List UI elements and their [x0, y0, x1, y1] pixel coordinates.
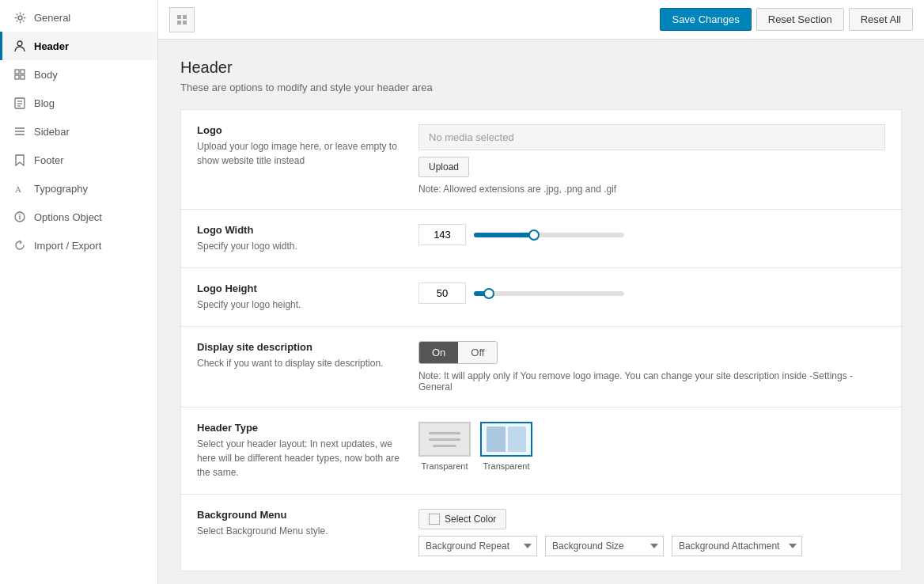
sidebar-label-general: General [34, 12, 70, 24]
svg-rect-4 [15, 75, 19, 79]
sidebar-item-general[interactable]: General [0, 3, 157, 32]
logo-width-row: Logo Width Specify your logo width. [180, 209, 902, 268]
background-size-select[interactable]: Background Size [545, 536, 664, 556]
header-type-card-1[interactable]: Transparent [418, 422, 471, 471]
topbar: Save Changes Reset Section Reset All [158, 0, 924, 40]
logo-height-label-area: Logo Height Specify your logo height. [197, 283, 403, 312]
background-dropdowns: Background Repeat Background Size Backgr… [418, 536, 885, 556]
sidebar-item-options-object[interactable]: Options Object [0, 203, 157, 231]
card-lines [425, 427, 464, 452]
background-menu-control: Select Color Background Repeat Backgroun… [418, 509, 885, 556]
logo-height-control [418, 283, 885, 304]
logo-control: No media selected Upload Note: Allowed e… [418, 124, 885, 195]
background-menu-desc: Select Background Menu style. [197, 524, 403, 538]
reset-all-button[interactable]: Reset All [849, 8, 913, 31]
display-site-description-row: Display site description Check if you wa… [180, 326, 902, 408]
header-type-desc: Select your header layout: In next updat… [197, 437, 403, 480]
logo-height-title: Logo Height [197, 283, 403, 294]
sidebar-label-body: Body [34, 69, 58, 81]
reset-section-button[interactable]: Reset Section [756, 8, 844, 31]
grid-icon [13, 68, 26, 81]
section-description: These are options to modify and style yo… [180, 82, 902, 93]
svg-rect-5 [21, 75, 25, 79]
logo-label-area: Logo Upload your logo image here, or lea… [197, 124, 403, 168]
lines-icon [13, 125, 26, 138]
content-area: Header These are options to modify and s… [158, 40, 924, 584]
book-icon [13, 97, 26, 109]
typography-icon: A [13, 182, 26, 195]
sidebar-item-body[interactable]: Body [0, 60, 157, 89]
svg-point-1 [17, 41, 22, 46]
background-repeat-select[interactable]: Background Repeat [418, 536, 537, 556]
logo-width-label-area: Logo Width Specify your logo width. [197, 224, 403, 253]
svg-rect-3 [21, 70, 25, 74]
display-site-desc-title: Display site description [197, 341, 403, 353]
sidebar-label-import-export: Import / Export [34, 240, 101, 252]
upload-button[interactable]: Upload [418, 157, 469, 177]
logo-width-title: Logo Width [197, 224, 403, 236]
topbar-icon[interactable] [169, 7, 195, 32]
refresh-icon [13, 239, 26, 252]
svg-point-0 [18, 16, 22, 20]
logo-height-input[interactable] [418, 283, 466, 304]
select-color-button[interactable]: Select Color [418, 509, 506, 529]
logo-width-slider-group [418, 224, 885, 245]
display-site-desc-note: Note: It will apply only if You remove l… [418, 370, 885, 392]
page-title: Header [180, 59, 902, 77]
header-type-cards: Transparent Transparent [418, 422, 885, 471]
sidebar-item-blog[interactable]: Blog [0, 89, 157, 117]
header-type-row: Header Type Select your header layout: I… [180, 407, 902, 495]
background-menu-row: Background Menu Select Background Menu s… [180, 494, 902, 571]
display-site-desc-control: On Off Note: It will apply only if You r… [418, 341, 885, 392]
logo-media-placeholder: No media selected [418, 124, 885, 150]
color-swatch [429, 514, 440, 525]
main-area: Save Changes Reset Section Reset All Hea… [158, 0, 924, 584]
background-menu-title: Background Menu [197, 509, 403, 521]
logo-row: Logo Upload your logo image here, or lea… [180, 109, 902, 210]
svg-text:A: A [15, 184, 21, 194]
sidebar-label-sidebar: Sidebar [34, 126, 70, 138]
logo-width-input[interactable] [418, 224, 466, 245]
sidebar-label-header: Header [34, 40, 69, 52]
logo-width-slider-track[interactable] [474, 233, 624, 237]
gear-icon [13, 11, 26, 24]
svg-rect-19 [177, 21, 181, 25]
sidebar-label-blog: Blog [34, 97, 55, 109]
sidebar-item-import-export[interactable]: Import / Export [0, 231, 157, 260]
save-changes-button[interactable]: Save Changes [660, 8, 751, 31]
header-type-control: Transparent Transparent [418, 422, 885, 471]
header-card-preview-1 [418, 422, 471, 457]
header-type-title: Header Type [197, 422, 403, 434]
header-type-label-area: Header Type Select your header layout: I… [197, 422, 403, 480]
svg-rect-20 [183, 21, 187, 25]
info-icon [13, 210, 26, 223]
person-icon [13, 40, 26, 52]
logo-height-slider-group [418, 283, 885, 304]
sidebar-item-sidebar[interactable]: Sidebar [0, 117, 157, 146]
background-menu-label-area: Background Menu Select Background Menu s… [197, 509, 403, 538]
logo-label-desc: Upload your logo image here, or leave em… [197, 139, 403, 168]
display-site-desc-label-area: Display site description Check if you wa… [197, 341, 403, 370]
card-split [487, 427, 526, 452]
sidebar-label-footer: Footer [34, 154, 64, 166]
sidebar-item-header[interactable]: Header [0, 32, 157, 60]
svg-rect-2 [15, 70, 19, 74]
logo-label-title: Logo [197, 124, 403, 136]
svg-rect-17 [177, 15, 181, 19]
sidebar-item-typography[interactable]: A Typography [0, 174, 157, 203]
header-card-label-2: Transparent [483, 461, 530, 471]
logo-height-desc: Specify your logo height. [197, 298, 403, 312]
background-attachment-select[interactable]: Background Attachment [672, 536, 802, 556]
header-card-preview-2 [480, 422, 532, 457]
sidebar-label-typography: Typography [34, 183, 88, 195]
header-card-label-1: Transparent [422, 461, 468, 471]
logo-height-slider-track[interactable] [474, 291, 624, 296]
toggle-on-button[interactable]: On [419, 342, 458, 363]
bookmark-icon [13, 154, 26, 166]
display-site-desc-desc: Check if you want to display site descri… [197, 356, 403, 370]
logo-width-desc: Specify your logo width. [197, 239, 403, 253]
header-type-card-2[interactable]: Transparent [480, 422, 532, 471]
toggle-off-button[interactable]: Off [458, 342, 497, 363]
sidebar-item-footer[interactable]: Footer [0, 146, 157, 174]
select-color-label: Select Color [445, 514, 496, 525]
